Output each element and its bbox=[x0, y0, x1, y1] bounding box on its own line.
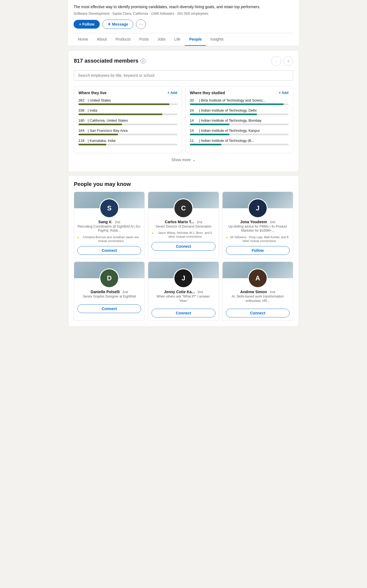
person-degree: · 2nd bbox=[267, 220, 275, 224]
more-button[interactable]: ··· bbox=[136, 19, 146, 29]
person-name: Sang V. · 2nd bbox=[77, 220, 141, 224]
company-description: The most effective way to identify promi… bbox=[74, 4, 293, 10]
person-card: C Carlos Mario T... · 2nd Senior Directo… bbox=[148, 192, 219, 259]
person-title: AI, Skills-based work transformation ent… bbox=[226, 295, 290, 303]
avatar: J bbox=[248, 198, 268, 218]
person-name: Jona Youdeem · 2nd bbox=[226, 220, 290, 224]
next-arrow-button[interactable]: › bbox=[283, 56, 293, 66]
people-section-title: People you may know bbox=[74, 181, 293, 187]
studied-item: 24 | Indian Institute of Technology, Del… bbox=[190, 108, 289, 115]
tab-people[interactable]: People bbox=[185, 33, 206, 46]
add-studied-button[interactable]: + Add bbox=[279, 91, 289, 95]
person-degree: · 2nd bbox=[195, 290, 203, 294]
avatar: J bbox=[174, 268, 193, 288]
tab-jobs[interactable]: Jobs bbox=[153, 33, 170, 46]
person-title: When others ask "What if?" I answer, "Ho… bbox=[151, 295, 215, 303]
avatar: C bbox=[174, 198, 193, 218]
where-they-live-card: Where they live + Add 362 | United State… bbox=[74, 86, 182, 153]
person-banner: D bbox=[74, 262, 144, 278]
live-item: 164 | San Francisco Bay Area bbox=[78, 128, 177, 135]
person-degree: · 2nd bbox=[112, 220, 120, 224]
live-items: 362 | United States 336 | India 180 | Ca… bbox=[78, 98, 177, 145]
live-item: 336 | India bbox=[78, 108, 177, 115]
action-buttons: + Follow ✈ Message ··· bbox=[74, 19, 293, 29]
person-banner: C bbox=[148, 192, 219, 208]
mutual-dot-icon: ● bbox=[77, 235, 79, 240]
person-card: S Sang V. · 2nd Recruiting Coordination … bbox=[74, 192, 145, 259]
chevron-down-icon: ⌄ bbox=[192, 158, 196, 162]
live-item: 180 | California, United States bbox=[78, 118, 177, 125]
live-item: 118 | Karnataka, India bbox=[78, 139, 177, 145]
filter-title-studied: Where they studied + Add bbox=[190, 91, 289, 95]
person-banner: J bbox=[148, 262, 219, 278]
person-card: D Danielle Polselli · 2nd Senior Graphic… bbox=[74, 262, 145, 321]
studied-item: 14 | Indian Institute of Technology, Bom… bbox=[190, 118, 289, 125]
person-title: Recruiting Coordination @ Eightfold AI |… bbox=[77, 225, 141, 233]
person-degree: · 2nd bbox=[194, 220, 202, 224]
person-card: A Andrew Simon · 2nd AI, Skills-based wo… bbox=[222, 262, 293, 321]
person-card: J Jona Youdeem · 2nd Up-skilling advice … bbox=[222, 192, 293, 259]
avatar: D bbox=[99, 268, 119, 288]
studied-items: 33 | Birla Institute of Technology and S… bbox=[190, 98, 289, 145]
nav-arrows: ‹ › bbox=[271, 56, 293, 66]
person-degree: · 2nd bbox=[120, 290, 128, 294]
where-they-studied-card: Where they studied + Add 33 | Birla Inst… bbox=[185, 86, 293, 153]
tab-life[interactable]: Life bbox=[170, 33, 185, 46]
company-meta: Software Development · Santa Clara, Cali… bbox=[74, 11, 293, 16]
person-degree: · 2nd bbox=[267, 290, 275, 294]
person-name: Jenny Cotie Ka... · 2nd bbox=[151, 290, 215, 294]
person-name: Danielle Polselli · 2nd bbox=[77, 290, 141, 294]
studied-item: 33 | Birla Institute of Technology and S… bbox=[190, 98, 289, 105]
person-banner: J bbox=[223, 192, 293, 208]
connect-button[interactable]: Connect bbox=[226, 309, 290, 317]
add-live-button[interactable]: + Add bbox=[168, 91, 177, 95]
message-button[interactable]: ✈ Message bbox=[102, 20, 133, 29]
show-more-button[interactable]: Show more ⌄ bbox=[74, 153, 293, 166]
follow-button[interactable]: Follow bbox=[226, 246, 290, 255]
connect-button[interactable]: Connect bbox=[77, 304, 141, 313]
people-you-may-know-card: People you may know S Sang V. · 2nd Recr… bbox=[68, 175, 299, 327]
follow-button[interactable]: + Follow bbox=[74, 20, 100, 29]
people-grid: S Sang V. · 2nd Recruiting Coordination … bbox=[74, 192, 293, 321]
search-input[interactable] bbox=[74, 70, 293, 81]
person-title: Up-skilling advice for PMMs | 4x Product… bbox=[226, 225, 290, 233]
person-title: Senior Director of Demand Generation bbox=[151, 225, 215, 229]
people-card: 817 associated members i ‹ › Where they … bbox=[68, 50, 299, 172]
filter-title-live: Where they live + Add bbox=[78, 91, 177, 95]
members-count: 817 associated members bbox=[74, 58, 138, 64]
filter-grid: Where they live + Add 362 | United State… bbox=[74, 86, 293, 153]
company-header: The most effective way to identify promi… bbox=[68, 0, 299, 46]
info-icon[interactable]: i bbox=[141, 59, 145, 63]
live-item: 362 | United States bbox=[78, 98, 177, 105]
nav-tabs: HomeAboutProductsPostsJobsLifePeopleInsi… bbox=[74, 33, 293, 46]
mutual-dot-icon: ● bbox=[151, 231, 153, 235]
person-card: J Jenny Cotie Ka... · 2nd When others as… bbox=[148, 262, 219, 321]
prev-arrow-button[interactable]: ‹ bbox=[271, 56, 281, 66]
person-title: Senior Graphic Designer at Eightfold bbox=[77, 295, 141, 299]
section-title: 817 associated members i bbox=[74, 58, 145, 64]
tab-about[interactable]: About bbox=[92, 33, 111, 46]
tab-products[interactable]: Products bbox=[111, 33, 135, 46]
tab-insights[interactable]: Insights bbox=[206, 33, 228, 46]
avatar: S bbox=[99, 198, 119, 218]
tab-posts[interactable]: Posts bbox=[135, 33, 153, 46]
mutual-dot-icon: ● bbox=[226, 235, 228, 240]
person-name: Carlos Mario T... · 2nd bbox=[151, 220, 215, 224]
studied-item: 11 | Indian Institute of Technology (B..… bbox=[190, 139, 289, 145]
tab-home[interactable]: Home bbox=[74, 33, 92, 46]
connect-button[interactable]: Connect bbox=[151, 309, 215, 317]
main-content: 817 associated members i ‹ › Where they … bbox=[68, 46, 299, 334]
person-name: Andrew Simon · 2nd bbox=[226, 290, 290, 294]
studied-item: 14 | Indian Institute of Technology, Kan… bbox=[190, 128, 289, 135]
connect-button[interactable]: Connect bbox=[77, 246, 141, 255]
connect-button[interactable]: Connect bbox=[151, 242, 215, 251]
person-banner: S bbox=[74, 192, 144, 208]
avatar: A bbox=[248, 268, 268, 288]
section-header: 817 associated members i ‹ › bbox=[74, 56, 293, 66]
person-banner: A bbox=[223, 262, 293, 278]
